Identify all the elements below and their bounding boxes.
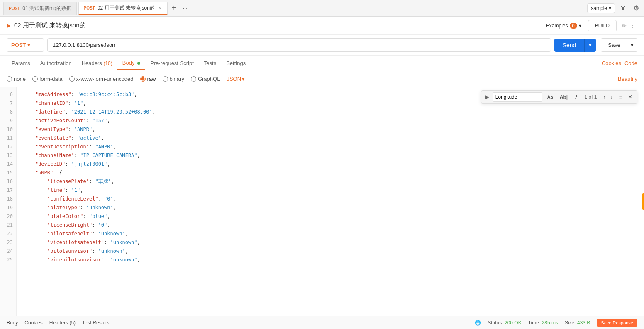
method-label: POST [11,42,26,48]
req-tabs-right: Cookies Code [602,60,637,66]
tab-params[interactable]: Params [7,57,35,70]
tab1-method: POST [9,6,20,11]
editor-area: 678910111213141516171819202122232425 "ma… [0,87,644,316]
beautify-button[interactable]: Beautify [618,76,637,82]
code-editor[interactable]: "macAddress": "ec:c8:9c:c4:5c:b3", "chan… [17,87,644,316]
send-dropdown-button[interactable]: ▾ [584,39,596,52]
time-label: Time: 285 ms [528,320,558,326]
settings-icon[interactable]: ⚙ [632,2,641,14]
examples-button[interactable]: Examples 0 ▾ [546,23,581,29]
tab-settings[interactable]: Settings [221,57,251,70]
body-right: Beautify [618,76,637,82]
tab-tests[interactable]: Tests [199,57,221,70]
line-numbers: 678910111213141516171819202122232425 [0,87,17,316]
tab2-label: 02 用于测试 来转换json的 [98,5,155,12]
find-case-sensitive-button[interactable]: Aa [545,93,556,101]
tab-headers[interactable]: Headers (10) [77,57,117,70]
tab-2[interactable]: POST 02 用于测试 来转换json的 × [78,2,168,15]
send-button[interactable]: Send [554,39,585,52]
headers-badge: (10) [103,60,112,66]
status-bar: Body Cookies Headers (5) Test Results 🌐 … [0,316,644,329]
new-tab-button[interactable]: + [169,4,179,12]
status-cookies-tab[interactable]: Cookies [24,320,42,326]
send-button-group: Send ▾ [554,39,596,52]
body-type-form-data[interactable]: form-data [32,76,63,82]
tab2-close-button[interactable]: × [157,5,162,11]
tab-bar-right: sample ▾ 👁 ⚙ [587,2,641,14]
json-format-selector[interactable]: JSON ▾ [227,76,245,82]
workspace-name: sample [591,5,607,11]
more-icon[interactable]: ⋮ [628,22,637,30]
find-expand-button[interactable]: ▶ [485,93,490,101]
find-widget: ▶ Aa Ab| .* 1 of 1 ↑ ↓ ≡ × [481,90,637,104]
body-dot [137,62,140,65]
find-options: Aa Ab| .* [545,93,580,101]
save-dropdown-button[interactable]: ▾ [627,38,637,52]
request-tabs: Params Authorization Headers (10) Body P… [0,56,644,71]
status-label: Status: 200 OK [488,320,521,326]
tab1-label: 01 测试消费mq的数据 [22,5,71,12]
status-body-tab[interactable]: Body [7,320,18,326]
expand-arrow[interactable]: ▶ [7,22,11,29]
tab2-method: POST [84,6,95,10]
eye-icon[interactable]: 👁 [618,3,628,14]
method-selector[interactable]: POST ▾ [7,38,44,52]
workspace-selector[interactable]: sample ▾ [587,3,615,13]
method-dropdown-icon: ▾ [27,42,30,48]
edit-icon[interactable]: ✏ [620,22,628,30]
find-menu-button[interactable]: ≡ [617,93,624,101]
status-bar-right: 🌐 Status: 200 OK Time: 285 ms Size: 433 … [475,319,637,327]
build-button[interactable]: BUILD [588,20,617,31]
examples-count: 0 [570,23,577,29]
url-input[interactable] [47,38,551,52]
find-prev-button[interactable]: ↑ [601,93,607,101]
find-next-button[interactable]: ↓ [608,93,615,101]
size-label: Size: 433 B [565,320,590,326]
examples-label: Examples [546,23,568,29]
request-title-row: ▶ 02 用于测试 来转换json的 Examples 0 ▾ BUILD ✏ … [0,17,644,35]
request-title: 02 用于测试 来转换json的 [14,22,546,29]
status-value: 200 OK [505,320,522,326]
tab-prerequest[interactable]: Pre-request Script [145,57,199,70]
time-value: 285 ms [542,320,558,326]
save-button[interactable]: Save [601,38,627,52]
json-dropdown-icon: ▾ [242,76,245,82]
body-type-binary[interactable]: binary [163,76,184,82]
find-navigation: ↑ ↓ [601,93,615,101]
size-value: 433 B [577,320,590,326]
tab-authorization[interactable]: Authorization [35,57,77,70]
tab-body[interactable]: Body [117,56,145,70]
tab-1[interactable]: POST 01 测试消费mq的数据 [3,2,77,15]
body-type-graphql[interactable]: GraphQL [191,76,220,82]
save-response-button[interactable]: Save Response [597,319,637,327]
status-headers-tab[interactable]: Headers (5) [49,320,76,326]
more-tabs-button[interactable]: ··· [181,5,190,11]
accent-bar [642,193,644,210]
body-type-raw[interactable]: raw [140,76,156,82]
body-type-none[interactable]: none [7,76,26,82]
code-link[interactable]: Code [624,60,637,66]
tab-bar: POST 01 测试消费mq的数据 POST 02 用于测试 来转换json的 … [0,0,644,17]
save-button-group: Save ▾ [601,38,637,52]
examples-dropdown-icon: ▾ [579,23,581,29]
workspace-dropdown-icon: ▾ [609,5,611,11]
url-bar: POST ▾ Send ▾ Save ▾ [0,35,644,56]
cookies-link[interactable]: Cookies [602,60,621,66]
find-regex-button[interactable]: .* [572,93,580,101]
find-close-button[interactable]: × [627,92,634,102]
body-type-row: none form-data x-www-form-urlencoded raw… [0,71,644,87]
globe-icon: 🌐 [475,320,481,326]
status-test-results-tab[interactable]: Test Results [82,320,109,326]
find-count: 1 of 1 [582,94,599,100]
find-whole-word-button[interactable]: Ab| [557,93,570,101]
find-input[interactable] [493,92,542,102]
body-type-urlencoded[interactable]: x-www-form-urlencoded [69,76,134,82]
